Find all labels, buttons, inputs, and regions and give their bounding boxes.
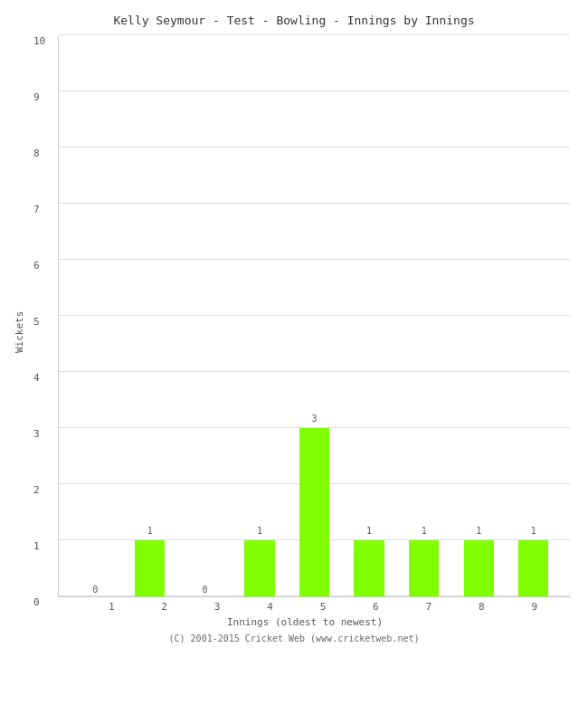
- y-tick-label: 3: [33, 428, 40, 440]
- bar-group: 1: [507, 36, 562, 596]
- y-tick-label: 1: [33, 540, 40, 552]
- y-tick-label: 10: [33, 35, 45, 47]
- x-tick-label: 2: [138, 601, 190, 613]
- bar: 1: [409, 540, 439, 596]
- chart-title: Kelly Seymour - Test - Bowling - Innings…: [9, 9, 579, 27]
- bar-group: 0: [68, 36, 123, 596]
- x-tick-label: 7: [403, 601, 455, 613]
- bar-value-label: 1: [476, 526, 481, 536]
- bar-value-label: 3: [312, 414, 318, 424]
- plot-area: 012345678910 010131111: [58, 36, 570, 597]
- bar-value-label: 1: [257, 526, 262, 536]
- chart-area: Wickets 012345678910 010131111 123456789…: [9, 36, 579, 628]
- bar-value-label: 1: [422, 526, 427, 536]
- bar: 3: [299, 428, 329, 596]
- bar-group: 0: [177, 36, 232, 596]
- y-tick-label: 6: [33, 260, 40, 272]
- chart-container: Kelly Seymour - Test - Bowling - Innings…: [0, 0, 588, 724]
- y-tick-label: 4: [33, 372, 40, 384]
- x-tick-label: 9: [508, 601, 561, 613]
- bar-value-label: 1: [366, 526, 372, 536]
- x-tick-label: 3: [191, 601, 243, 613]
- y-tick-label: 9: [33, 91, 40, 103]
- y-tick-label: 2: [33, 484, 40, 496]
- grid-line: [59, 34, 570, 35]
- x-tick-label: 6: [349, 601, 402, 613]
- y-tick-label: 5: [33, 316, 40, 328]
- bar: 1: [244, 540, 274, 596]
- y-tick-label: 8: [33, 148, 40, 159]
- bar-zero-label: 0: [92, 585, 98, 595]
- bar: 1: [518, 540, 548, 596]
- x-axis-label: Innings (oldest to newest): [31, 616, 579, 628]
- y-tick-label: 7: [33, 204, 40, 215]
- x-tick-label: 1: [85, 601, 138, 613]
- bar-group: 1: [396, 36, 451, 596]
- bar-group: 3: [287, 36, 342, 596]
- bar-group: 1: [342, 36, 397, 596]
- chart-inner: 012345678910 010131111 123456789 Innings…: [31, 36, 579, 628]
- bar-zero-label: 0: [202, 585, 207, 595]
- bars-wrapper: 010131111: [59, 36, 570, 596]
- x-axis: 123456789: [85, 601, 561, 613]
- y-tick-label: 0: [33, 596, 40, 608]
- bar-value-label: 1: [147, 526, 153, 536]
- bar-group: 1: [232, 36, 288, 596]
- bar-group: 1: [123, 36, 178, 596]
- x-tick-label: 8: [455, 601, 507, 613]
- footer: (C) 2001-2015 Cricket Web (www.cricketwe…: [9, 634, 579, 643]
- x-tick-label: 4: [243, 601, 296, 613]
- y-axis-label: Wickets: [9, 36, 29, 628]
- bar-group: 1: [451, 36, 507, 596]
- bar-value-label: 1: [531, 526, 536, 536]
- x-tick-label: 5: [297, 601, 349, 613]
- bar: 1: [354, 540, 384, 596]
- bar: 1: [464, 540, 494, 596]
- bar: 1: [135, 540, 165, 596]
